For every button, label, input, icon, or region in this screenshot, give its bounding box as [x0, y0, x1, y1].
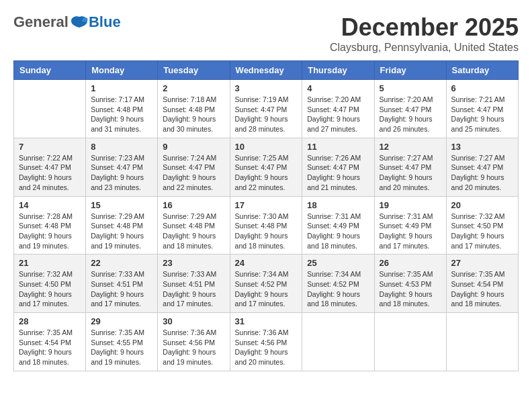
day-info: Sunrise: 7:27 AMSunset: 4:47 PMDaylight:…: [380, 153, 441, 193]
day-number: 2: [163, 83, 224, 93]
day-number: 3: [235, 83, 298, 93]
day-number: 27: [451, 258, 513, 268]
day-info: Sunrise: 7:22 AMSunset: 4:47 PMDaylight:…: [19, 153, 81, 193]
day-info: Sunrise: 7:32 AMSunset: 4:50 PMDaylight:…: [19, 269, 81, 309]
day-info: Sunrise: 7:34 AMSunset: 4:52 PMDaylight:…: [235, 269, 298, 309]
location-text: Claysburg, Pennsylvania, United States: [330, 42, 519, 54]
day-info: Sunrise: 7:35 AMSunset: 4:55 PMDaylight:…: [91, 328, 152, 367]
calendar-day-cell: 24Sunrise: 7:34 AMSunset: 4:52 PMDayligh…: [230, 255, 302, 313]
day-number: 29: [91, 316, 152, 326]
day-info: Sunrise: 7:29 AMSunset: 4:48 PMDaylight:…: [91, 212, 152, 251]
calendar-day-cell: 17Sunrise: 7:30 AMSunset: 4:48 PMDayligh…: [230, 196, 302, 255]
day-number: 14: [19, 200, 81, 210]
calendar-day-cell: [446, 313, 518, 371]
calendar-day-cell: [14, 80, 86, 138]
calendar-day-cell: 5Sunrise: 7:20 AMSunset: 4:47 PMDaylight…: [374, 80, 446, 138]
day-info: Sunrise: 7:34 AMSunset: 4:52 PMDaylight:…: [307, 269, 369, 309]
calendar-day-cell: 1Sunrise: 7:17 AMSunset: 4:48 PMDaylight…: [86, 80, 158, 138]
calendar-day-cell: 2Sunrise: 7:18 AMSunset: 4:48 PMDaylight…: [158, 80, 230, 138]
calendar-week-row: 1Sunrise: 7:17 AMSunset: 4:48 PMDaylight…: [14, 80, 519, 138]
calendar-day-cell: 30Sunrise: 7:36 AMSunset: 4:56 PMDayligh…: [158, 313, 230, 371]
day-info: Sunrise: 7:17 AMSunset: 4:48 PMDaylight:…: [91, 95, 152, 134]
calendar-weekday-header: Saturday: [446, 61, 518, 80]
day-info: Sunrise: 7:32 AMSunset: 4:50 PMDaylight:…: [451, 212, 513, 251]
calendar-week-row: 21Sunrise: 7:32 AMSunset: 4:50 PMDayligh…: [14, 255, 519, 313]
calendar-day-cell: 23Sunrise: 7:33 AMSunset: 4:51 PMDayligh…: [158, 255, 230, 313]
day-number: 25: [307, 258, 369, 268]
day-info: Sunrise: 7:36 AMSunset: 4:56 PMDaylight:…: [163, 328, 224, 367]
calendar-day-cell: [302, 313, 374, 371]
day-number: 30: [163, 316, 224, 326]
calendar-day-cell: 6Sunrise: 7:21 AMSunset: 4:47 PMDaylight…: [446, 80, 518, 138]
day-info: Sunrise: 7:33 AMSunset: 4:51 PMDaylight:…: [91, 269, 152, 309]
calendar-day-cell: 16Sunrise: 7:29 AMSunset: 4:48 PMDayligh…: [158, 196, 230, 255]
calendar-day-cell: 14Sunrise: 7:28 AMSunset: 4:48 PMDayligh…: [14, 196, 86, 255]
day-info: Sunrise: 7:24 AMSunset: 4:47 PMDaylight:…: [163, 153, 224, 193]
calendar-day-cell: 9Sunrise: 7:24 AMSunset: 4:47 PMDaylight…: [158, 138, 230, 196]
calendar-day-cell: 27Sunrise: 7:35 AMSunset: 4:54 PMDayligh…: [446, 255, 518, 313]
calendar-day-cell: 29Sunrise: 7:35 AMSunset: 4:55 PMDayligh…: [86, 313, 158, 371]
day-number: 26: [380, 258, 441, 268]
calendar-table: SundayMondayTuesdayWednesdayThursdayFrid…: [13, 60, 519, 371]
calendar-weekday-header: Monday: [86, 61, 158, 80]
calendar-day-cell: 26Sunrise: 7:35 AMSunset: 4:53 PMDayligh…: [374, 255, 446, 313]
calendar-day-cell: 11Sunrise: 7:26 AMSunset: 4:47 PMDayligh…: [302, 138, 374, 196]
day-info: Sunrise: 7:27 AMSunset: 4:47 PMDaylight:…: [451, 153, 513, 193]
day-info: Sunrise: 7:35 AMSunset: 4:54 PMDaylight:…: [451, 269, 513, 309]
day-number: 17: [235, 200, 298, 210]
day-number: 31: [235, 316, 298, 326]
calendar-weekday-header: Thursday: [302, 61, 374, 80]
calendar-day-cell: 12Sunrise: 7:27 AMSunset: 4:47 PMDayligh…: [374, 138, 446, 196]
calendar-weekday-header: Tuesday: [158, 61, 230, 80]
day-number: 8: [91, 142, 152, 152]
day-number: 5: [380, 83, 441, 93]
day-number: 1: [91, 83, 152, 93]
day-info: Sunrise: 7:29 AMSunset: 4:48 PMDaylight:…: [163, 212, 224, 251]
day-info: Sunrise: 7:31 AMSunset: 4:49 PMDaylight:…: [307, 212, 369, 251]
day-number: 10: [235, 142, 298, 152]
calendar-day-cell: 8Sunrise: 7:23 AMSunset: 4:47 PMDaylight…: [86, 138, 158, 196]
calendar-day-cell: [374, 313, 446, 371]
calendar-week-row: 14Sunrise: 7:28 AMSunset: 4:48 PMDayligh…: [14, 196, 519, 255]
calendar-day-cell: 10Sunrise: 7:25 AMSunset: 4:47 PMDayligh…: [230, 138, 302, 196]
calendar-day-cell: 28Sunrise: 7:35 AMSunset: 4:54 PMDayligh…: [14, 313, 86, 371]
day-info: Sunrise: 7:25 AMSunset: 4:47 PMDaylight:…: [235, 153, 298, 193]
day-info: Sunrise: 7:23 AMSunset: 4:47 PMDaylight:…: [91, 153, 152, 193]
day-info: Sunrise: 7:31 AMSunset: 4:49 PMDaylight:…: [380, 212, 441, 251]
day-number: 13: [451, 142, 513, 152]
calendar-header-row: SundayMondayTuesdayWednesdayThursdayFrid…: [14, 61, 519, 80]
day-info: Sunrise: 7:28 AMSunset: 4:48 PMDaylight:…: [19, 212, 81, 251]
day-info: Sunrise: 7:18 AMSunset: 4:48 PMDaylight:…: [163, 95, 224, 134]
calendar-day-cell: 13Sunrise: 7:27 AMSunset: 4:47 PMDayligh…: [446, 138, 518, 196]
day-number: 4: [307, 83, 369, 93]
day-number: 23: [163, 258, 224, 268]
day-number: 19: [380, 200, 441, 210]
day-info: Sunrise: 7:20 AMSunset: 4:47 PMDaylight:…: [307, 95, 369, 134]
logo: General Blue: [13, 13, 121, 31]
logo-general-text: General: [13, 13, 69, 31]
day-info: Sunrise: 7:19 AMSunset: 4:47 PMDaylight:…: [235, 95, 298, 134]
day-number: 21: [19, 258, 81, 268]
calendar-day-cell: 15Sunrise: 7:29 AMSunset: 4:48 PMDayligh…: [86, 196, 158, 255]
day-number: 6: [451, 83, 513, 93]
calendar-day-cell: 31Sunrise: 7:36 AMSunset: 4:56 PMDayligh…: [230, 313, 302, 371]
day-info: Sunrise: 7:30 AMSunset: 4:48 PMDaylight:…: [235, 212, 298, 251]
day-number: 28: [19, 316, 81, 326]
calendar-weekday-header: Friday: [374, 61, 446, 80]
day-number: 7: [19, 142, 81, 152]
day-info: Sunrise: 7:33 AMSunset: 4:51 PMDaylight:…: [163, 269, 224, 309]
calendar-day-cell: 25Sunrise: 7:34 AMSunset: 4:52 PMDayligh…: [302, 255, 374, 313]
calendar-day-cell: 21Sunrise: 7:32 AMSunset: 4:50 PMDayligh…: [14, 255, 86, 313]
day-number: 15: [91, 200, 152, 210]
calendar-weekday-header: Sunday: [14, 61, 86, 80]
title-block: December 2025 Claysburg, Pennsylvania, U…: [330, 13, 519, 54]
calendar-day-cell: 18Sunrise: 7:31 AMSunset: 4:49 PMDayligh…: [302, 196, 374, 255]
calendar-day-cell: 19Sunrise: 7:31 AMSunset: 4:49 PMDayligh…: [374, 196, 446, 255]
calendar-week-row: 7Sunrise: 7:22 AMSunset: 4:47 PMDaylight…: [14, 138, 519, 196]
page-header: General Blue December 2025 Claysburg, Pe…: [13, 13, 519, 54]
day-info: Sunrise: 7:26 AMSunset: 4:47 PMDaylight:…: [307, 153, 369, 193]
calendar-day-cell: 3Sunrise: 7:19 AMSunset: 4:47 PMDaylight…: [230, 80, 302, 138]
day-number: 24: [235, 258, 298, 268]
calendar-day-cell: 4Sunrise: 7:20 AMSunset: 4:47 PMDaylight…: [302, 80, 374, 138]
logo-blue-text: Blue: [89, 13, 121, 31]
